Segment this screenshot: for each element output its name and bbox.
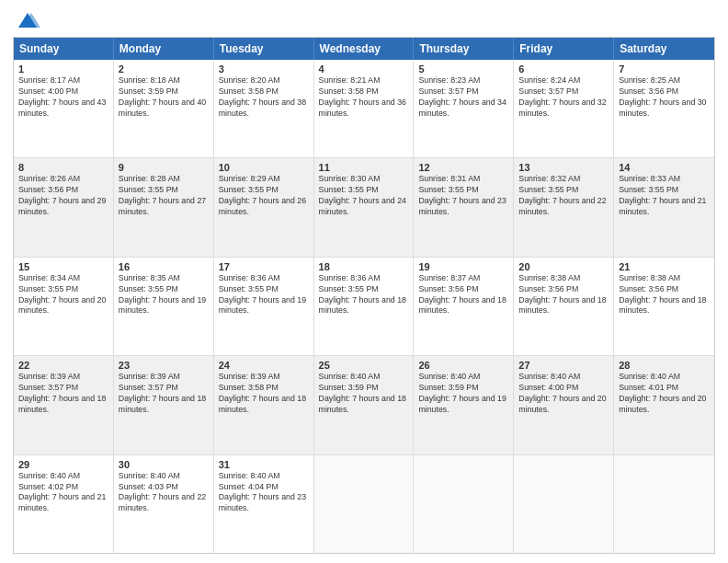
day-number: 22 bbox=[18, 360, 108, 371]
day-number: 8 bbox=[18, 162, 108, 173]
cell-info: Sunrise: 8:36 AMSunset: 3:55 PMDaylight:… bbox=[319, 273, 409, 317]
cell-info: Sunrise: 8:39 AMSunset: 3:57 PMDaylight:… bbox=[18, 372, 108, 416]
cell-info: Sunrise: 8:40 AMSunset: 4:01 PMDaylight:… bbox=[619, 372, 710, 416]
day-number: 13 bbox=[518, 162, 609, 173]
header-day-friday: Friday bbox=[514, 38, 614, 60]
day-number: 9 bbox=[119, 162, 209, 173]
empty-cell-r4c3 bbox=[314, 455, 415, 553]
day-cell-23: 23Sunrise: 8:39 AMSunset: 3:57 PMDayligh… bbox=[114, 356, 214, 454]
calendar: SundayMondayTuesdayWednesdayThursdayFrid… bbox=[13, 37, 715, 554]
day-number: 21 bbox=[619, 261, 710, 272]
day-cell-28: 28Sunrise: 8:40 AMSunset: 4:01 PMDayligh… bbox=[614, 356, 714, 454]
cell-info: Sunrise: 8:25 AMSunset: 3:56 PMDaylight:… bbox=[619, 75, 710, 120]
day-cell-8: 8Sunrise: 8:26 AMSunset: 3:56 PMDaylight… bbox=[14, 158, 114, 256]
day-number: 27 bbox=[518, 360, 609, 371]
calendar-body: 1Sunrise: 8:17 AMSunset: 4:00 PMDaylight… bbox=[14, 60, 714, 553]
day-number: 28 bbox=[619, 360, 710, 371]
day-number: 14 bbox=[619, 162, 710, 173]
day-number: 15 bbox=[18, 261, 108, 272]
day-cell-26: 26Sunrise: 8:40 AMSunset: 3:59 PMDayligh… bbox=[414, 356, 514, 454]
empty-cell-r4c4 bbox=[414, 455, 514, 553]
day-cell-2: 2Sunrise: 8:18 AMSunset: 3:59 PMDaylight… bbox=[114, 60, 214, 157]
calendar-row-5: 29Sunrise: 8:40 AMSunset: 4:02 PMDayligh… bbox=[14, 455, 714, 553]
day-number: 11 bbox=[319, 162, 409, 173]
logo-icon bbox=[15, 9, 40, 35]
day-cell-20: 20Sunrise: 8:38 AMSunset: 3:56 PMDayligh… bbox=[514, 258, 614, 355]
day-number: 24 bbox=[219, 360, 309, 371]
day-number: 17 bbox=[219, 261, 309, 272]
cell-info: Sunrise: 8:40 AMSunset: 4:04 PMDaylight:… bbox=[219, 471, 309, 515]
day-cell-21: 21Sunrise: 8:38 AMSunset: 3:56 PMDayligh… bbox=[614, 258, 714, 355]
day-number: 5 bbox=[418, 63, 508, 75]
cell-info: Sunrise: 8:30 AMSunset: 3:55 PMDaylight:… bbox=[319, 174, 409, 218]
cell-info: Sunrise: 8:40 AMSunset: 4:02 PMDaylight:… bbox=[18, 471, 108, 515]
cell-info: Sunrise: 8:37 AMSunset: 3:56 PMDaylight:… bbox=[418, 273, 508, 317]
day-cell-19: 19Sunrise: 8:37 AMSunset: 3:56 PMDayligh… bbox=[414, 258, 514, 355]
cell-info: Sunrise: 8:34 AMSunset: 3:55 PMDaylight:… bbox=[18, 273, 108, 317]
day-number: 1 bbox=[18, 63, 108, 75]
cell-info: Sunrise: 8:40 AMSunset: 3:59 PMDaylight:… bbox=[418, 372, 508, 416]
day-cell-7: 7Sunrise: 8:25 AMSunset: 3:56 PMDaylight… bbox=[614, 60, 714, 157]
cell-info: Sunrise: 8:38 AMSunset: 3:56 PMDaylight:… bbox=[518, 273, 609, 317]
day-cell-11: 11Sunrise: 8:30 AMSunset: 3:55 PMDayligh… bbox=[314, 158, 415, 256]
day-cell-4: 4Sunrise: 8:21 AMSunset: 3:58 PMDaylight… bbox=[314, 60, 415, 157]
day-number: 18 bbox=[319, 261, 409, 272]
day-cell-15: 15Sunrise: 8:34 AMSunset: 3:55 PMDayligh… bbox=[14, 258, 114, 355]
day-cell-6: 6Sunrise: 8:24 AMSunset: 3:57 PMDaylight… bbox=[514, 60, 614, 157]
cell-info: Sunrise: 8:20 AMSunset: 3:58 PMDaylight:… bbox=[219, 75, 309, 120]
day-number: 4 bbox=[319, 63, 409, 75]
empty-cell-r4c6 bbox=[614, 455, 714, 553]
day-number: 6 bbox=[518, 63, 609, 75]
cell-info: Sunrise: 8:18 AMSunset: 3:59 PMDaylight:… bbox=[119, 75, 209, 120]
day-number: 31 bbox=[219, 459, 309, 470]
day-cell-17: 17Sunrise: 8:36 AMSunset: 3:55 PMDayligh… bbox=[214, 258, 314, 355]
calendar-header: SundayMondayTuesdayWednesdayThursdayFrid… bbox=[14, 38, 714, 60]
day-number: 29 bbox=[18, 459, 108, 470]
day-cell-9: 9Sunrise: 8:28 AMSunset: 3:55 PMDaylight… bbox=[114, 158, 214, 256]
day-cell-13: 13Sunrise: 8:32 AMSunset: 3:55 PMDayligh… bbox=[514, 158, 614, 256]
cell-info: Sunrise: 8:40 AMSunset: 4:03 PMDaylight:… bbox=[119, 471, 209, 515]
day-cell-29: 29Sunrise: 8:40 AMSunset: 4:02 PMDayligh… bbox=[14, 455, 114, 553]
calendar-row-1: 1Sunrise: 8:17 AMSunset: 4:00 PMDaylight… bbox=[14, 60, 714, 158]
day-number: 25 bbox=[319, 360, 409, 371]
day-number: 23 bbox=[119, 360, 209, 371]
calendar-row-4: 22Sunrise: 8:39 AMSunset: 3:57 PMDayligh… bbox=[14, 356, 714, 454]
header-day-saturday: Saturday bbox=[614, 38, 714, 60]
day-cell-10: 10Sunrise: 8:29 AMSunset: 3:55 PMDayligh… bbox=[214, 158, 314, 256]
cell-info: Sunrise: 8:40 AMSunset: 4:00 PMDaylight:… bbox=[518, 372, 609, 416]
day-cell-31: 31Sunrise: 8:40 AMSunset: 4:04 PMDayligh… bbox=[214, 455, 314, 553]
cell-info: Sunrise: 8:28 AMSunset: 3:55 PMDaylight:… bbox=[119, 174, 209, 218]
day-cell-12: 12Sunrise: 8:31 AMSunset: 3:55 PMDayligh… bbox=[414, 158, 514, 256]
day-cell-30: 30Sunrise: 8:40 AMSunset: 4:03 PMDayligh… bbox=[114, 455, 214, 553]
header-day-wednesday: Wednesday bbox=[314, 38, 415, 60]
cell-info: Sunrise: 8:40 AMSunset: 3:59 PMDaylight:… bbox=[319, 372, 409, 416]
day-cell-3: 3Sunrise: 8:20 AMSunset: 3:58 PMDaylight… bbox=[214, 60, 314, 157]
cell-info: Sunrise: 8:38 AMSunset: 3:56 PMDaylight:… bbox=[619, 273, 710, 317]
day-number: 26 bbox=[418, 360, 508, 371]
cell-info: Sunrise: 8:26 AMSunset: 3:56 PMDaylight:… bbox=[18, 174, 108, 218]
calendar-row-2: 8Sunrise: 8:26 AMSunset: 3:56 PMDaylight… bbox=[14, 158, 714, 257]
empty-cell-r4c5 bbox=[514, 455, 614, 553]
day-number: 16 bbox=[119, 261, 209, 272]
cell-info: Sunrise: 8:39 AMSunset: 3:58 PMDaylight:… bbox=[219, 372, 309, 416]
day-cell-16: 16Sunrise: 8:35 AMSunset: 3:55 PMDayligh… bbox=[114, 258, 214, 355]
day-number: 7 bbox=[619, 63, 710, 75]
header-day-tuesday: Tuesday bbox=[214, 38, 314, 60]
day-number: 30 bbox=[119, 459, 209, 470]
day-cell-1: 1Sunrise: 8:17 AMSunset: 4:00 PMDaylight… bbox=[14, 60, 114, 157]
cell-info: Sunrise: 8:33 AMSunset: 3:55 PMDaylight:… bbox=[619, 174, 710, 218]
cell-info: Sunrise: 8:29 AMSunset: 3:55 PMDaylight:… bbox=[219, 174, 309, 218]
header-day-monday: Monday bbox=[114, 38, 214, 60]
cell-info: Sunrise: 8:23 AMSunset: 3:57 PMDaylight:… bbox=[418, 75, 508, 120]
day-cell-18: 18Sunrise: 8:36 AMSunset: 3:55 PMDayligh… bbox=[314, 258, 415, 355]
calendar-row-3: 15Sunrise: 8:34 AMSunset: 3:55 PMDayligh… bbox=[14, 258, 714, 356]
header bbox=[13, 9, 715, 29]
page: SundayMondayTuesdayWednesdayThursdayFrid… bbox=[0, 0, 728, 563]
day-cell-25: 25Sunrise: 8:40 AMSunset: 3:59 PMDayligh… bbox=[314, 356, 415, 454]
day-cell-5: 5Sunrise: 8:23 AMSunset: 3:57 PMDaylight… bbox=[414, 60, 514, 157]
day-number: 20 bbox=[518, 261, 609, 272]
cell-info: Sunrise: 8:24 AMSunset: 3:57 PMDaylight:… bbox=[518, 75, 609, 120]
day-number: 12 bbox=[418, 162, 508, 173]
cell-info: Sunrise: 8:21 AMSunset: 3:58 PMDaylight:… bbox=[319, 75, 409, 120]
day-cell-24: 24Sunrise: 8:39 AMSunset: 3:58 PMDayligh… bbox=[214, 356, 314, 454]
